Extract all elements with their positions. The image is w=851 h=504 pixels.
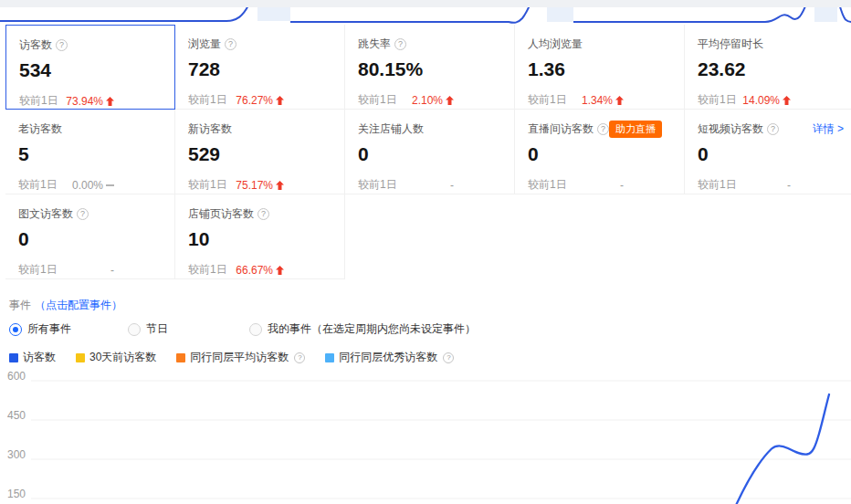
metric-label: 浏览量	[188, 37, 221, 52]
metric-card-new-visitors[interactable]: 新访客数 529 较前1日 75.17%	[175, 110, 345, 194]
trend-value: 2.10%	[412, 94, 454, 107]
metric-value: 23.62	[698, 58, 842, 81]
metric-label: 关注店铺人数	[358, 121, 424, 137]
radio-icon[interactable]	[128, 323, 141, 336]
legend-swatch	[176, 353, 185, 362]
metric-card-livestream-visitors[interactable]: 直播间访客数? 助力直播 0 较前1日 -	[515, 110, 685, 194]
metric-card-pageviews[interactable]: 浏览量? 728 较前1日 76.27%	[175, 25, 345, 110]
metric-card-bounce-rate[interactable]: 跳失率? 80.15% 较前1日 2.10%	[345, 25, 515, 110]
compare-label: 较前1日	[358, 177, 397, 193]
trend-value: 73.94%	[66, 95, 114, 108]
metric-value: 0	[358, 142, 505, 166]
events-title: 事件	[9, 298, 31, 313]
metric-card-image-text-visitors[interactable]: 图文访客数? 0 较前1日 -	[5, 194, 175, 279]
metric-value: 728	[188, 58, 335, 81]
metric-card-views-per-visitor[interactable]: 人均浏览量 1.36 较前1日 1.34%	[515, 25, 685, 110]
metric-label: 店铺页访客数	[188, 206, 254, 222]
visitors-line-chart[interactable]: 600 450 300 150	[0, 370, 851, 504]
legend-label: 同行同层优秀访客数	[339, 350, 437, 365]
y-axis-tick: 150	[7, 488, 26, 500]
metric-label: 图文访客数	[18, 206, 73, 222]
compare-label: 较前1日	[18, 262, 58, 278]
compare-label: 较前1日	[18, 177, 58, 193]
metric-value: 1.36	[528, 58, 675, 81]
metric-cards-grid: 访客数? 534 较前1日 73.94% 浏览量? 728 较前1日 76.27…	[5, 25, 851, 279]
trend-value: -	[450, 179, 454, 192]
previous-chart-remnant	[0, 0, 851, 25]
metric-label: 访客数	[19, 37, 52, 53]
trend-value: 0.00%	[72, 179, 114, 192]
compare-label: 较前1日	[188, 92, 227, 108]
info-icon[interactable]: ?	[56, 39, 68, 51]
up-arrow-icon	[783, 96, 791, 105]
trend-value: -	[787, 179, 791, 192]
up-arrow-icon	[615, 96, 624, 105]
legend-label: 30天前访客数	[89, 350, 156, 365]
info-icon[interactable]: ?	[77, 208, 89, 220]
info-icon[interactable]: ?	[257, 208, 269, 220]
trend-value: 14.09%	[742, 94, 791, 107]
metric-value: 529	[188, 142, 335, 166]
trend-value: 76.27%	[236, 94, 284, 107]
radio-label: 节日	[146, 321, 168, 337]
compare-label: 较前1日	[698, 92, 737, 108]
events-section: 事件 （点击配置事件） 所有事件 节日 我的事件（在选定周期内您尚未设定事件）	[9, 298, 476, 337]
metric-label: 直播间访客数	[528, 121, 594, 137]
compare-label: 较前1日	[698, 177, 737, 193]
legend-label: 同行同层平均访客数	[190, 350, 289, 365]
radio-all-events[interactable]: 所有事件	[9, 321, 128, 337]
metric-value: 0	[528, 142, 675, 166]
legend-swatch	[9, 353, 18, 362]
legend-item-visitors-30d-ago[interactable]: 30天前访客数	[76, 350, 156, 365]
metric-card-returning-visitors[interactable]: 老访客数 5 较前1日 0.00%	[5, 110, 175, 194]
trend-value: -	[110, 264, 114, 277]
metric-label: 平均停留时长	[698, 37, 763, 52]
metric-card-avg-stay-time[interactable]: 平均停留时长 23.62 较前1日 14.09%	[685, 25, 851, 110]
legend-item-peer-average[interactable]: 同行同层平均访客数 ?	[176, 350, 305, 365]
metric-label: 跳失率	[358, 37, 391, 52]
y-axis-tick: 300	[7, 448, 26, 461]
metric-card-short-video-visitors[interactable]: 短视频访客数? 详情 > 0 较前1日 -	[685, 110, 851, 194]
up-arrow-icon	[106, 97, 114, 106]
chart-legend: 访客数 30天前访客数 同行同层平均访客数 ? 同行同层优秀访客数 ?	[9, 350, 454, 365]
info-icon[interactable]: ?	[767, 123, 779, 135]
compare-label: 较前1日	[358, 92, 397, 108]
info-icon[interactable]: ?	[597, 123, 609, 135]
metric-value: 5	[18, 142, 165, 166]
compare-label: 较前1日	[188, 262, 227, 278]
radio-label: 所有事件	[27, 321, 71, 337]
compare-label: 较前1日	[188, 177, 227, 193]
metric-label: 老访客数	[18, 121, 62, 137]
radio-icon[interactable]	[249, 323, 262, 336]
legend-swatch	[76, 353, 85, 362]
info-icon[interactable]: ?	[394, 38, 406, 50]
compare-label: 较前1日	[528, 92, 567, 108]
up-arrow-icon	[276, 181, 284, 190]
info-icon[interactable]: ?	[443, 352, 454, 363]
metric-card-shop-page-visitors[interactable]: 店铺页访客数? 10 较前1日 66.67%	[175, 194, 345, 279]
metric-card-visitors[interactable]: 访客数? 534 较前1日 73.94%	[5, 25, 175, 110]
trend-value: -	[620, 179, 624, 192]
trend-value: 1.34%	[582, 94, 624, 107]
radio-icon[interactable]	[9, 323, 22, 336]
radio-my-events[interactable]: 我的事件（在选定周期内您尚未设定事件）	[249, 321, 476, 337]
details-link[interactable]: 详情 >	[813, 121, 844, 137]
configure-events-link[interactable]: （点击配置事件）	[35, 298, 122, 313]
boost-livestream-badge[interactable]: 助力直播	[609, 121, 662, 138]
legend-item-peer-excellent[interactable]: 同行同层优秀访客数 ?	[325, 350, 454, 365]
metric-label: 短视频访客数	[698, 121, 763, 137]
legend-swatch	[325, 353, 334, 362]
y-axis-tick: 450	[7, 409, 26, 422]
visitors-series-line	[733, 394, 829, 504]
up-arrow-icon	[446, 96, 454, 105]
info-icon[interactable]: ?	[294, 352, 305, 363]
metric-value: 534	[19, 58, 165, 82]
metric-value: 0	[18, 227, 165, 251]
legend-item-visitors[interactable]: 访客数	[9, 350, 56, 365]
radio-holidays[interactable]: 节日	[128, 321, 249, 337]
compare-label: 较前1日	[19, 93, 58, 109]
dashboard-page: 访客数? 534 较前1日 73.94% 浏览量? 728 较前1日 76.27…	[0, 0, 851, 504]
info-icon[interactable]: ?	[225, 38, 236, 50]
metric-card-shop-followers[interactable]: 关注店铺人数 0 较前1日 -	[345, 110, 515, 194]
radio-label: 我的事件（在选定周期内您尚未设定事件）	[268, 321, 476, 337]
